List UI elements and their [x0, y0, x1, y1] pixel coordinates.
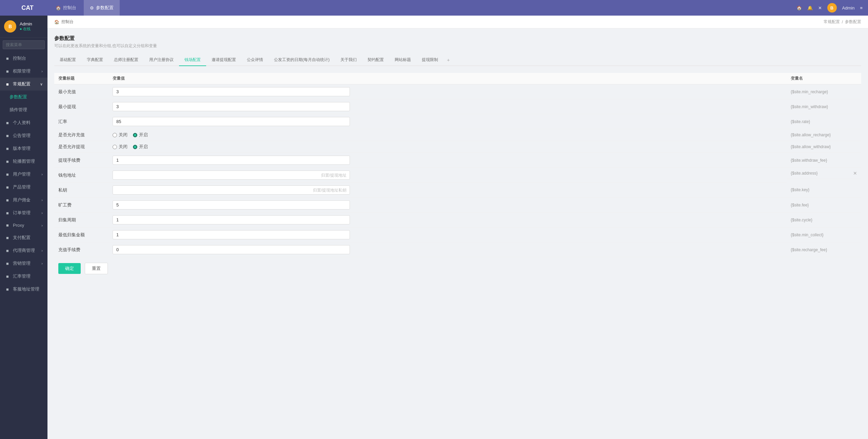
radio-on-withdraw[interactable] — [133, 145, 137, 149]
radio-off-label[interactable]: 关闭 — [113, 132, 127, 138]
sidebar-item-exchange[interactable]: ■ 汇率管理 — [0, 270, 47, 283]
varname-cycle: {$site.cycle} — [787, 213, 861, 227]
exchange-icon: ■ — [5, 274, 10, 279]
radio-on-withdraw-label[interactable]: 开启 — [133, 144, 148, 150]
sidebar-item-params[interactable]: 参数配置 — [0, 91, 47, 103]
tab-site-title[interactable]: 网站标题 — [389, 54, 416, 66]
agents-icon: ■ — [5, 248, 10, 253]
page-desc: 可以在此更改系统的变量和分组,也可以自定义分组和变量 — [54, 43, 861, 49]
radio-on-recharge[interactable] — [133, 133, 137, 137]
home-icon: 🏠 — [56, 5, 61, 11]
tab-dict[interactable]: 字典配置 — [81, 54, 108, 66]
commission-icon: ■ — [5, 198, 10, 203]
config-form-table: 变量标题 变量值 变量名 最小充值 {$site.min_recharge} — [54, 73, 861, 257]
sidebar-item-carousel[interactable]: ■ 轮播图管理 — [0, 155, 47, 168]
field-label-fee: 旷工费 — [54, 198, 108, 213]
page-title: 参数配置 — [54, 35, 861, 42]
tab-withdraw-limit[interactable]: 提现限制 — [416, 54, 443, 66]
table-row: 是否允许充值 关闭 开启 — [54, 129, 861, 141]
marketing-icon: ■ — [5, 261, 10, 266]
input-rate[interactable] — [113, 117, 350, 126]
sidebar-item-customer-service[interactable]: ■ 客服地址管理 — [0, 283, 47, 296]
search-input[interactable] — [3, 40, 45, 49]
header-bell-icon[interactable]: 🔔 — [807, 5, 813, 11]
field-value-min-recharge — [108, 84, 787, 99]
sidebar-item-dashboard[interactable]: ■ 控制台 — [0, 52, 47, 65]
radio-on-label[interactable]: 开启 — [133, 132, 148, 138]
varname-key: {$site.key} — [787, 183, 861, 198]
tab-salary[interactable]: 公发工资的日期(每月自动统计) — [269, 54, 335, 66]
profile-icon: ■ — [5, 120, 10, 125]
field-label-key: 私钥 — [54, 183, 108, 198]
input-wrapper-key: 归置/提现地址私钥 — [113, 185, 350, 195]
orders-icon: ■ — [5, 211, 10, 216]
tab-about[interactable]: 关于我们 — [335, 54, 362, 66]
varname-recharge-fee: {$site.recharge_fee} — [787, 242, 861, 257]
varname-withdraw-fee: {$site.withdraw_fee} — [787, 153, 861, 168]
input-fee[interactable] — [113, 200, 350, 209]
header-nav: 🏠 控制台 ⚙ 参数配置 — [50, 0, 796, 16]
input-address[interactable] — [113, 171, 350, 180]
input-recharge-fee[interactable] — [113, 245, 350, 254]
chevron-commission-icon: › — [41, 198, 43, 202]
tab-contract[interactable]: 契约配置 — [362, 54, 389, 66]
field-label-rate: 汇率 — [54, 114, 108, 129]
radio-allow-withdraw: 关闭 开启 — [113, 144, 783, 150]
sidebar-item-announcements[interactable]: ■ 公告管理 — [0, 129, 47, 142]
tab-public[interactable]: 公众评情 — [241, 54, 269, 66]
top-header: CAT 🏠 控制台 ⚙ 参数配置 🏠 🔔 ✕ B Admin ≡ — [0, 0, 868, 16]
tab-basic[interactable]: 基础配置 — [54, 54, 81, 66]
input-cycle[interactable] — [113, 215, 350, 224]
sidebar-item-plugins[interactable]: 插件管理 — [0, 103, 47, 116]
nav-tab-dashboard[interactable]: 🏠 控制台 — [50, 0, 82, 16]
header-close-icon[interactable]: ✕ — [818, 5, 822, 11]
sidebar-item-orders[interactable]: ■ 订单管理 › — [0, 206, 47, 219]
sidebar-item-agents[interactable]: ■ 代理商管理 › — [0, 244, 47, 257]
radio-off-recharge[interactable] — [113, 133, 117, 137]
breadcrumb: 🏠 控制台 常规配置 / 参数配置 — [47, 16, 868, 28]
radio-off-withdraw-label[interactable]: 关闭 — [113, 144, 127, 150]
field-label-min-withdraw: 最小提现 — [54, 99, 108, 114]
input-withdraw-fee[interactable] — [113, 156, 350, 165]
sidebar-item-users[interactable]: ■ 用户管理 › — [0, 168, 47, 181]
input-min-withdraw[interactable] — [113, 102, 350, 111]
tab-invite-withdraw[interactable]: 邀请提现配置 — [206, 54, 241, 66]
close-address-icon[interactable]: ✕ — [853, 171, 857, 176]
tab-user-agreement[interactable]: 用户注册协议 — [144, 54, 179, 66]
reset-button[interactable]: 重置 — [85, 263, 108, 274]
field-value-address: 归置/提现地址 — [108, 168, 787, 183]
table-row: 提现手续费 {$site.withdraw_fee} — [54, 153, 861, 168]
table-row: 汇率 {$site.rate} — [54, 114, 861, 129]
sidebar-item-permissions[interactable]: ■ 权限管理 › — [0, 65, 47, 78]
input-key[interactable] — [113, 185, 350, 195]
breadcrumb-right: 常规配置 / 参数配置 — [824, 19, 861, 25]
confirm-button[interactable]: 确定 — [58, 263, 81, 274]
nav-tab-params[interactable]: ⚙ 参数配置 — [84, 0, 120, 16]
sidebar-item-profile[interactable]: ■ 个人资料 — [0, 116, 47, 129]
tab-add[interactable]: + — [443, 54, 453, 66]
breadcrumb-sep: / — [842, 20, 843, 24]
field-value-recharge-fee — [108, 242, 787, 257]
field-label-allow-recharge: 是否允许充值 — [54, 129, 108, 141]
sidebar-item-products[interactable]: ■ 产品管理 — [0, 181, 47, 194]
versions-icon: ■ — [5, 146, 10, 151]
sidebar-item-commission[interactable]: ■ 用户佣金 › — [0, 194, 47, 206]
header-right: 🏠 🔔 ✕ B Admin ≡ — [796, 3, 863, 13]
varname-address: {$site.address} ✕ — [787, 168, 861, 179]
breadcrumb-parent: 常规配置 — [824, 19, 840, 25]
sidebar-item-versions[interactable]: ■ 版本管理 — [0, 142, 47, 155]
input-min-recharge[interactable] — [113, 87, 350, 96]
tab-register[interactable]: 总师注册配置 — [108, 54, 144, 66]
varname-rate: {$site.rate} — [787, 114, 861, 129]
sidebar-item-proxy[interactable]: ■ Proxy › — [0, 219, 47, 231]
sidebar-item-payment[interactable]: ■ 支付配置 — [0, 231, 47, 244]
radio-allow-recharge: 关闭 开启 — [113, 132, 783, 138]
header-more-icon[interactable]: ≡ — [860, 5, 863, 11]
field-value-min-withdraw — [108, 99, 787, 114]
input-min-collect[interactable] — [113, 230, 350, 239]
tab-wallet[interactable]: 钱场配置 — [179, 54, 206, 66]
radio-off-withdraw[interactable] — [113, 145, 117, 149]
header-home-icon[interactable]: 🏠 — [796, 5, 802, 11]
sidebar-item-general-config[interactable]: ■ 常规配置 ∨ — [0, 78, 47, 91]
sidebar-item-marketing[interactable]: ■ 营销管理 › — [0, 257, 47, 270]
